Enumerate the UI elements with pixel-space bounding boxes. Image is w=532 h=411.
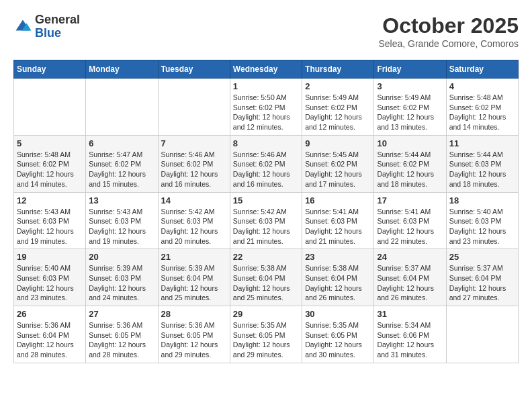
day-info: Sunrise: 5:36 AM Sunset: 6:05 PM Dayligh… [161, 320, 227, 360]
day-cell [446, 306, 518, 363]
day-cell: 4Sunrise: 5:48 AM Sunset: 6:02 PM Daylig… [446, 79, 518, 136]
day-number: 30 [305, 309, 371, 319]
day-cell: 23Sunrise: 5:38 AM Sunset: 6:04 PM Dayli… [302, 249, 374, 306]
day-cell: 9Sunrise: 5:45 AM Sunset: 6:02 PM Daylig… [302, 135, 374, 192]
day-info: Sunrise: 5:38 AM Sunset: 6:04 PM Dayligh… [305, 263, 371, 303]
logo-icon [13, 17, 32, 36]
week-row-5: 26Sunrise: 5:36 AM Sunset: 6:04 PM Dayli… [14, 306, 519, 363]
day-cell: 1Sunrise: 5:50 AM Sunset: 6:02 PM Daylig… [230, 79, 302, 136]
day-number: 11 [449, 138, 515, 148]
day-info: Sunrise: 5:35 AM Sunset: 6:05 PM Dayligh… [233, 320, 299, 360]
day-number: 7 [161, 138, 227, 148]
location-subtitle: Selea, Grande Comore, Comoros [378, 38, 519, 49]
header-cell-monday: Monday [86, 60, 158, 79]
day-cell: 11Sunrise: 5:44 AM Sunset: 6:03 PM Dayli… [446, 135, 518, 192]
day-info: Sunrise: 5:36 AM Sunset: 6:05 PM Dayligh… [89, 320, 154, 360]
week-row-3: 12Sunrise: 5:43 AM Sunset: 6:03 PM Dayli… [14, 192, 519, 249]
day-cell: 21Sunrise: 5:39 AM Sunset: 6:04 PM Dayli… [158, 249, 230, 306]
day-info: Sunrise: 5:48 AM Sunset: 6:02 PM Dayligh… [449, 93, 515, 132]
day-number: 8 [233, 138, 299, 148]
day-info: Sunrise: 5:48 AM Sunset: 6:02 PM Dayligh… [17, 150, 83, 189]
day-cell: 15Sunrise: 5:42 AM Sunset: 6:03 PM Dayli… [230, 192, 302, 249]
day-number: 28 [161, 309, 227, 319]
day-cell: 10Sunrise: 5:44 AM Sunset: 6:02 PM Dayli… [374, 135, 446, 192]
logo: General Blue [13, 13, 80, 40]
day-number: 13 [89, 195, 154, 205]
day-info: Sunrise: 5:34 AM Sunset: 6:06 PM Dayligh… [377, 320, 443, 360]
week-row-1: 1Sunrise: 5:50 AM Sunset: 6:02 PM Daylig… [14, 79, 519, 136]
day-cell: 30Sunrise: 5:35 AM Sunset: 6:05 PM Dayli… [302, 306, 374, 363]
day-number: 12 [17, 195, 83, 205]
day-number: 27 [89, 309, 154, 319]
day-number: 18 [449, 195, 515, 205]
month-title: October 2025 [378, 13, 519, 38]
logo-blue-text: Blue [35, 27, 80, 40]
day-cell [158, 79, 230, 136]
day-info: Sunrise: 5:46 AM Sunset: 6:02 PM Dayligh… [161, 150, 227, 189]
day-info: Sunrise: 5:47 AM Sunset: 6:02 PM Dayligh… [89, 150, 154, 189]
day-number: 3 [377, 81, 443, 91]
day-number: 1 [233, 81, 299, 91]
header-cell-sunday: Sunday [14, 60, 86, 79]
day-cell: 12Sunrise: 5:43 AM Sunset: 6:03 PM Dayli… [14, 192, 86, 249]
day-info: Sunrise: 5:37 AM Sunset: 6:04 PM Dayligh… [449, 263, 515, 303]
day-number: 23 [305, 252, 371, 262]
calendar-body: 1Sunrise: 5:50 AM Sunset: 6:02 PM Daylig… [14, 79, 519, 363]
day-cell: 24Sunrise: 5:37 AM Sunset: 6:04 PM Dayli… [374, 249, 446, 306]
day-number: 17 [377, 195, 443, 205]
day-info: Sunrise: 5:49 AM Sunset: 6:02 PM Dayligh… [305, 93, 371, 132]
day-cell: 3Sunrise: 5:49 AM Sunset: 6:02 PM Daylig… [374, 79, 446, 136]
day-number: 16 [305, 195, 371, 205]
day-info: Sunrise: 5:49 AM Sunset: 6:02 PM Dayligh… [377, 93, 443, 132]
day-info: Sunrise: 5:44 AM Sunset: 6:02 PM Dayligh… [377, 150, 443, 189]
day-cell: 6Sunrise: 5:47 AM Sunset: 6:02 PM Daylig… [86, 135, 158, 192]
header-cell-friday: Friday [374, 60, 446, 79]
day-number: 25 [449, 252, 515, 262]
day-cell: 22Sunrise: 5:38 AM Sunset: 6:04 PM Dayli… [230, 249, 302, 306]
header-cell-thursday: Thursday [302, 60, 374, 79]
day-number: 15 [233, 195, 299, 205]
day-cell [14, 79, 86, 136]
calendar-table: SundayMondayTuesdayWednesdayThursdayFrid… [13, 60, 519, 363]
day-cell: 20Sunrise: 5:39 AM Sunset: 6:03 PM Dayli… [86, 249, 158, 306]
day-number: 26 [17, 309, 83, 319]
day-info: Sunrise: 5:43 AM Sunset: 6:03 PM Dayligh… [17, 207, 83, 246]
day-cell: 18Sunrise: 5:40 AM Sunset: 6:03 PM Dayli… [446, 192, 518, 249]
day-info: Sunrise: 5:45 AM Sunset: 6:02 PM Dayligh… [305, 150, 371, 189]
page-header: General Blue October 2025 Selea, Grande … [13, 13, 519, 49]
day-cell: 17Sunrise: 5:41 AM Sunset: 6:03 PM Dayli… [374, 192, 446, 249]
day-cell: 5Sunrise: 5:48 AM Sunset: 6:02 PM Daylig… [14, 135, 86, 192]
header-cell-saturday: Saturday [446, 60, 518, 79]
day-number: 20 [89, 252, 154, 262]
title-block: October 2025 Selea, Grande Comore, Comor… [378, 13, 519, 49]
day-number: 5 [17, 138, 83, 148]
day-number: 29 [233, 309, 299, 319]
day-info: Sunrise: 5:36 AM Sunset: 6:04 PM Dayligh… [17, 320, 83, 360]
calendar-header: SundayMondayTuesdayWednesdayThursdayFrid… [14, 60, 519, 79]
day-cell: 7Sunrise: 5:46 AM Sunset: 6:02 PM Daylig… [158, 135, 230, 192]
day-info: Sunrise: 5:41 AM Sunset: 6:03 PM Dayligh… [377, 207, 443, 246]
day-info: Sunrise: 5:43 AM Sunset: 6:03 PM Dayligh… [89, 207, 154, 246]
day-cell: 13Sunrise: 5:43 AM Sunset: 6:03 PM Dayli… [86, 192, 158, 249]
logo-general-text: General [35, 13, 80, 27]
day-number: 6 [89, 138, 154, 148]
day-cell: 26Sunrise: 5:36 AM Sunset: 6:04 PM Dayli… [14, 306, 86, 363]
day-number: 21 [161, 252, 227, 262]
day-info: Sunrise: 5:40 AM Sunset: 6:03 PM Dayligh… [449, 207, 515, 246]
day-info: Sunrise: 5:44 AM Sunset: 6:03 PM Dayligh… [449, 150, 515, 189]
week-row-4: 19Sunrise: 5:40 AM Sunset: 6:03 PM Dayli… [14, 249, 519, 306]
day-cell: 28Sunrise: 5:36 AM Sunset: 6:05 PM Dayli… [158, 306, 230, 363]
day-info: Sunrise: 5:38 AM Sunset: 6:04 PM Dayligh… [233, 263, 299, 303]
day-number: 14 [161, 195, 227, 205]
day-cell: 25Sunrise: 5:37 AM Sunset: 6:04 PM Dayli… [446, 249, 518, 306]
header-cell-tuesday: Tuesday [158, 60, 230, 79]
header-row: SundayMondayTuesdayWednesdayThursdayFrid… [14, 60, 519, 79]
day-info: Sunrise: 5:37 AM Sunset: 6:04 PM Dayligh… [377, 263, 443, 303]
day-cell: 31Sunrise: 5:34 AM Sunset: 6:06 PM Dayli… [374, 306, 446, 363]
day-info: Sunrise: 5:50 AM Sunset: 6:02 PM Dayligh… [233, 93, 299, 132]
day-info: Sunrise: 5:46 AM Sunset: 6:02 PM Dayligh… [233, 150, 299, 189]
day-cell: 2Sunrise: 5:49 AM Sunset: 6:02 PM Daylig… [302, 79, 374, 136]
day-info: Sunrise: 5:39 AM Sunset: 6:04 PM Dayligh… [161, 263, 227, 303]
day-number: 2 [305, 81, 371, 91]
day-number: 24 [377, 252, 443, 262]
